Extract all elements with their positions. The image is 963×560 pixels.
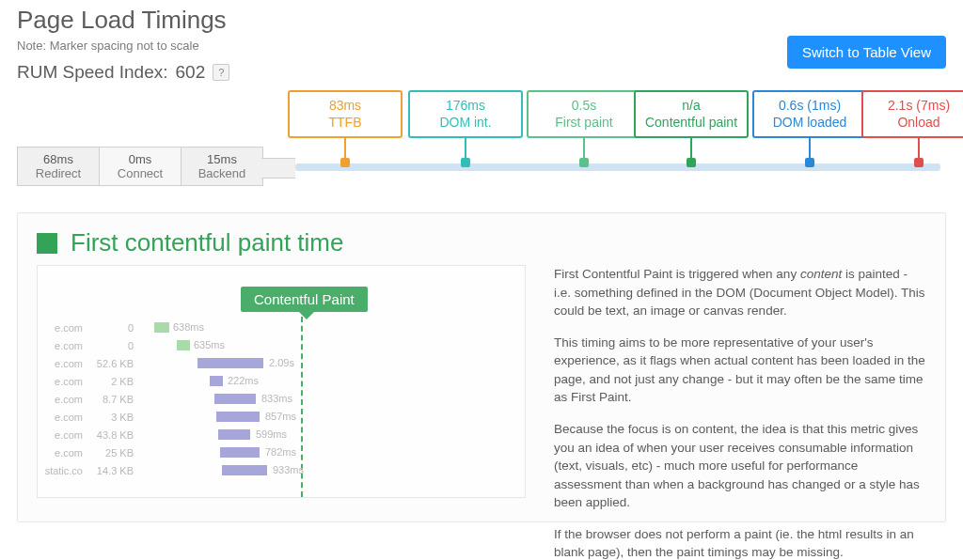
wf-time: 635ms (194, 339, 225, 350)
wf-size: 14.3 KB (88, 465, 139, 476)
wf-time: 857ms (265, 411, 296, 422)
wf-track: 782ms (139, 447, 525, 458)
wf-size: 8.7 KB (88, 394, 139, 405)
phase-time: 68ms (43, 152, 73, 166)
marker-time: 0.5s (532, 98, 636, 115)
wf-host: e.com (38, 412, 88, 423)
rum-value: 602 (176, 62, 206, 83)
rum-label: RUM Speed Index: (17, 62, 168, 83)
panel-header: First contentful paint time (37, 228, 926, 257)
wf-size: 3 KB (88, 412, 139, 423)
phase-label: Backend (198, 166, 246, 180)
phase-boxes: 68msRedirect0msConnect15msBackend (17, 147, 263, 186)
wf-track: 635ms (139, 340, 525, 350)
wf-time: 2.09s (269, 357, 294, 368)
detail-panel: First contentful paint time Contentful P… (17, 212, 946, 522)
wf-track: 933ms (139, 465, 525, 475)
wf-time: 833ms (261, 393, 292, 404)
wf-time: 933ms (273, 464, 304, 475)
marker-time: 2.1s (7ms) (867, 98, 963, 115)
phase-connect[interactable]: 0msConnect (100, 147, 182, 186)
marker-dom-loaded[interactable]: 0.6s (1ms)DOM loaded (750, 90, 869, 167)
wf-size: 0 (88, 340, 139, 351)
wf-track: 599ms (139, 429, 525, 440)
contentful-paint-flag: Contentful Paint (241, 287, 368, 312)
marker-onload[interactable]: 2.1s (7ms)Onload (860, 90, 963, 167)
wf-track: 222ms (139, 376, 525, 386)
page-root: Page Load Timings Note: Marker spacing n… (0, 0, 963, 560)
waterfall-row: e.com2 KB222ms (38, 372, 525, 390)
wf-host: e.com (38, 340, 88, 351)
phase-time: 0ms (129, 152, 152, 166)
wf-size: 52.6 KB (88, 358, 139, 369)
phase-label: Redirect (36, 166, 81, 180)
wf-host: e.com (38, 376, 88, 387)
wf-host: e.com (38, 358, 88, 369)
help-icon[interactable]: ? (213, 64, 229, 81)
panel-color-swatch (37, 233, 57, 254)
waterfall-row: e.com52.6 KB2.09s (38, 354, 525, 372)
marker-contentful-paint[interactable]: n/aContentful paint (632, 90, 750, 167)
page-title: Page Load Timings (17, 6, 946, 35)
marker-label: DOM loaded (758, 115, 861, 132)
waterfall-row: static.co14.3 KB933ms (38, 461, 525, 479)
wf-host: e.com (38, 429, 88, 441)
phase-redirect[interactable]: 68msRedirect (17, 147, 100, 186)
wf-host: static.co (38, 465, 88, 476)
marker-label: DOM int. (414, 115, 517, 132)
waterfall-row: e.com0635ms (38, 336, 525, 354)
marker-time: n/a (639, 98, 743, 115)
phase-time: 15ms (207, 152, 237, 166)
desc-p3: Because the focus is on content, the ide… (554, 420, 926, 512)
wf-size: 25 KB (88, 447, 139, 459)
phase-label: Connect (118, 166, 163, 180)
desc-p2: This timing aims to be more representati… (554, 334, 926, 407)
timeline: 68msRedirect0msConnect15msBackend 83msTT… (17, 90, 946, 203)
marker-ttfb[interactable]: 83msTTFB (286, 90, 404, 167)
marker-label: First paint (532, 115, 636, 132)
marker-label: Onload (867, 115, 963, 132)
phase-backend[interactable]: 15msBackend (182, 147, 263, 186)
marker-label: TTFB (293, 115, 397, 132)
wf-track: 2.09s (139, 358, 525, 368)
marker-time: 0.6s (1ms) (758, 98, 861, 115)
panel-title: First contentful paint time (71, 228, 343, 257)
marker-time: 176ms (414, 98, 517, 115)
wf-track: 833ms (139, 394, 525, 404)
waterfall-row: e.com8.7 KB833ms (38, 390, 525, 408)
wf-size: 2 KB (88, 376, 139, 387)
waterfall-preview: Contentful Paint e.com0638mse.com0635mse… (37, 265, 526, 498)
waterfall-row: e.com3 KB857ms (38, 408, 525, 426)
marker-time: 83ms (293, 98, 397, 115)
desc-p1: First Contentful Paint is triggered when… (554, 265, 926, 320)
marker-label: Contentful paint (639, 115, 743, 132)
wf-time: 222ms (228, 375, 259, 386)
wf-size: 0 (88, 322, 139, 334)
wf-size: 43.8 KB (88, 429, 139, 441)
wf-host: e.com (38, 447, 88, 459)
marker-dom-int[interactable]: 176msDOM int. (406, 90, 525, 167)
wf-host: e.com (38, 322, 88, 334)
wf-track: 857ms (139, 412, 525, 422)
marker-first-paint[interactable]: 0.5sFirst paint (525, 90, 643, 167)
desc-p4: If the browser does not perform a paint … (554, 525, 926, 560)
waterfall-row: e.com0638ms (38, 319, 525, 336)
wf-time: 782ms (265, 446, 296, 458)
wf-track: 638ms (139, 322, 525, 333)
switch-view-button[interactable]: Switch to Table View (787, 36, 946, 69)
wf-host: e.com (38, 394, 88, 405)
waterfall-row: e.com43.8 KB599ms (38, 426, 525, 443)
waterfall-row: e.com25 KB782ms (38, 443, 525, 461)
wf-time: 638ms (173, 321, 204, 333)
panel-description: First Contentful Paint is triggered when… (554, 265, 926, 560)
wf-time: 599ms (256, 428, 287, 440)
